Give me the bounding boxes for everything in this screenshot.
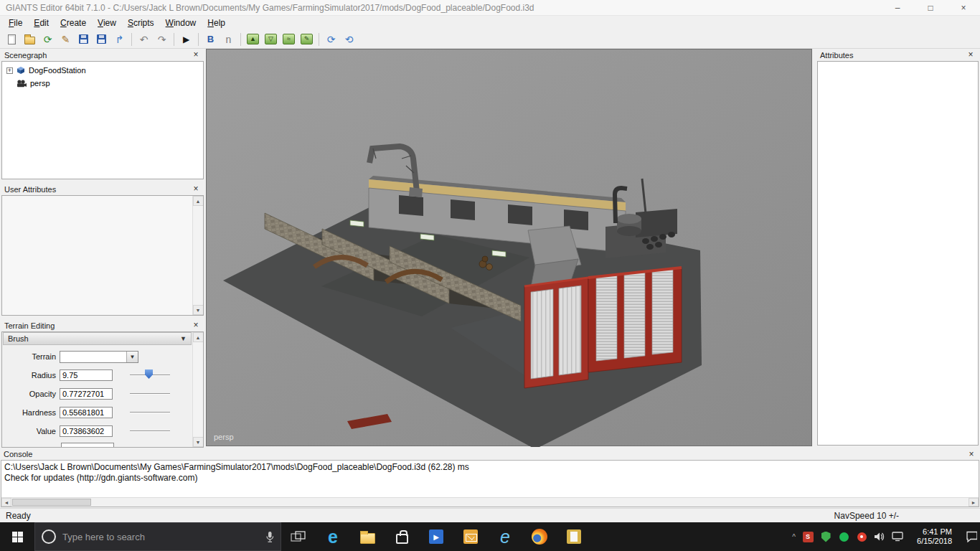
hscroll-thumb[interactable]	[12, 499, 91, 506]
microphone-icon[interactable]	[265, 531, 274, 543]
cube-icon	[17, 66, 25, 75]
export-button[interactable]: ↱	[110, 32, 128, 47]
terrain-raise-button[interactable]: ▲	[244, 32, 262, 47]
firefox-taskbar-button[interactable]	[522, 522, 557, 551]
display-button[interactable]	[892, 531, 903, 542]
vol-button[interactable]	[874, 531, 885, 542]
toolbar: ⟳ ✎ ↱ ↶ ↷ ▶ B n ▲ ▽ ≈ ✎ ⟳ ⟲	[0, 30, 980, 49]
movies-tv-taskbar-button[interactable]: ▶	[419, 522, 453, 551]
tray-red-dot-button[interactable]	[856, 531, 867, 542]
giants-editor-window: GIANTS Editor 64bit 7.1.0 - C:/Users/Jac…	[0, 0, 980, 551]
toggle-n-button[interactable]: n	[220, 32, 237, 47]
tray-red-s-button[interactable]: S	[802, 531, 814, 542]
undo-button[interactable]: ↶	[135, 32, 153, 47]
tray-green-dot-button[interactable]	[838, 531, 849, 542]
slider-track[interactable]	[130, 412, 170, 413]
mail-taskbar-button[interactable]	[453, 522, 488, 551]
new-file-button[interactable]	[3, 32, 21, 47]
start-button[interactable]	[0, 522, 34, 551]
expander-icon[interactable]: +	[6, 67, 13, 74]
opacity-input[interactable]	[60, 388, 113, 400]
maximize-button[interactable]: □	[914, 0, 947, 16]
terrain-smooth-button[interactable]: ≈	[280, 32, 298, 47]
scroll-right-icon[interactable]: ►	[969, 498, 979, 507]
viewport-canvas[interactable]	[207, 50, 813, 447]
folder-app-icon	[567, 529, 581, 544]
task-view-button[interactable]	[281, 522, 316, 551]
scroll-up-icon[interactable]: ▲	[193, 332, 204, 342]
cortana-icon[interactable]	[42, 529, 56, 544]
minimize-button[interactable]: –	[881, 0, 914, 16]
menu-item-view[interactable]: View	[92, 17, 122, 29]
taskbar-search[interactable]	[34, 522, 281, 551]
menu-item-scripts[interactable]: Scripts	[122, 17, 160, 29]
documents-app-taskbar-button[interactable]	[557, 522, 591, 551]
terrain-lower-button[interactable]: ▽	[262, 32, 280, 47]
toggle-b-button[interactable]: B	[202, 32, 220, 47]
scroll-up-icon[interactable]: ▲	[193, 196, 204, 206]
tray-shield-button[interactable]	[820, 531, 831, 542]
close-button[interactable]: ×	[947, 0, 980, 16]
refresh-shaders-button[interactable]: ⟳	[322, 32, 340, 47]
terrain-editing-close-button[interactable]: ×	[191, 321, 201, 330]
windows-logo-icon	[12, 532, 23, 542]
reload-scripts-button[interactable]: ⟲	[340, 32, 358, 47]
internet-explorer-taskbar-button[interactable]: e	[488, 522, 522, 551]
scroll-down-icon[interactable]: ▼	[193, 437, 204, 447]
hardness-input[interactable]	[60, 407, 113, 418]
scroll-left-icon[interactable]: ◄	[1, 498, 11, 507]
menu-item-help[interactable]: Help	[202, 17, 231, 29]
terrain-scrollbar[interactable]: ▲ ▼	[192, 332, 203, 447]
viewport[interactable]: persp	[206, 49, 812, 446]
terrain-dropdown[interactable]: ▼	[60, 351, 138, 363]
menu-item-file[interactable]: File	[3, 17, 28, 29]
dropdown-arrow-icon[interactable]: ▼	[126, 352, 138, 362]
radius-slider[interactable]	[130, 369, 170, 381]
scenegraph-node-persp[interactable]: persp	[2, 77, 203, 90]
cutoff-input[interactable]	[61, 443, 114, 448]
action-center-button[interactable]	[966, 531, 977, 542]
open-file-button[interactable]	[21, 32, 39, 47]
toggle-b-icon: B	[207, 34, 214, 44]
value-input[interactable]	[60, 425, 113, 437]
edge-taskbar-button[interactable]: e	[316, 522, 350, 551]
taskbar-search-input[interactable]	[62, 532, 259, 542]
save-button[interactable]	[75, 32, 93, 47]
titlebar[interactable]: GIANTS Editor 64bit 7.1.0 - C:/Users/Jac…	[0, 0, 980, 16]
reload-file-button[interactable]: ⟳	[39, 32, 57, 47]
save-as-button[interactable]	[93, 32, 110, 47]
hardness-slider[interactable]	[130, 407, 170, 418]
play-button[interactable]: ▶	[177, 32, 195, 47]
scenegraph-close-button[interactable]: ×	[191, 50, 201, 60]
menu-item-edit[interactable]: Edit	[28, 17, 55, 29]
edit-file-button[interactable]: ✎	[57, 32, 75, 47]
console-close-button[interactable]: ×	[966, 450, 976, 459]
opacity-slider[interactable]	[130, 388, 170, 400]
menu-item-window[interactable]: Window	[160, 17, 202, 29]
scenegraph-node-dogfoodstation[interactable]: + DogFoodStation	[2, 64, 203, 77]
terrain-editing-title: Terrain Editing	[4, 321, 55, 330]
status-text: Ready	[6, 511, 31, 521]
user-attributes-scrollbar[interactable]: ▲ ▼	[192, 196, 203, 315]
slider-track[interactable]	[130, 430, 170, 432]
slider-track[interactable]	[130, 393, 170, 395]
user-attributes-close-button[interactable]: ×	[191, 184, 201, 194]
navspeed-text: NavSpeed 10 +/-	[834, 511, 899, 521]
slider-handle[interactable]	[145, 369, 153, 379]
menu-item-create[interactable]: Create	[55, 17, 92, 29]
brush-section-header[interactable]: Brush ▼	[3, 332, 192, 345]
hidden-icons-chevron[interactable]: ^	[792, 533, 796, 541]
store-taskbar-button[interactable]	[385, 522, 419, 551]
console-hscrollbar[interactable]: ◄ ►	[1, 497, 979, 507]
radius-input[interactable]	[60, 369, 113, 381]
terrain-paint-button[interactable]: ✎	[298, 32, 316, 47]
file-explorer-taskbar-button[interactable]	[350, 522, 385, 551]
attributes-close-button[interactable]: ×	[966, 50, 976, 60]
hardness-label: Hardness	[4, 408, 60, 417]
system-tray: ^ S	[789, 522, 980, 551]
value-slider[interactable]	[130, 425, 170, 437]
toolbar-separator	[198, 33, 199, 46]
redo-button[interactable]: ↷	[153, 32, 171, 47]
scroll-down-icon[interactable]: ▼	[193, 305, 204, 315]
taskbar-clock[interactable]: 6:41 PM 6/15/2018	[910, 527, 959, 546]
